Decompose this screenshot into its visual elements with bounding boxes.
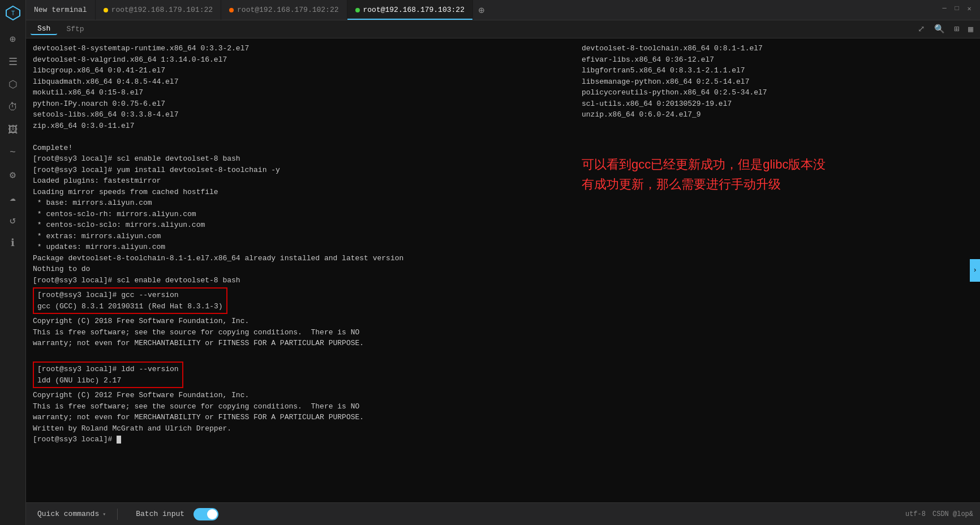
tab-sftp[interactable]: Sftp [59,24,91,35]
term-line: This is free software; see the source fo… [33,401,568,412]
sidebar-info-icon[interactable]: ℹ [2,232,24,253]
term-line: Complete! [33,143,568,154]
grid-icon[interactable]: ⊞ [952,23,961,36]
term-line: * base: mirrors.aliyun.com [33,197,568,209]
quick-commands-button[interactable]: Quick commands ▾ [33,507,110,520]
layout-icon[interactable]: ▦ [966,23,975,36]
term-line: policycoreutils-python.x86_64 0:2.5-34.e… [582,87,973,98]
tab-new-terminal-label: New terminal [34,6,87,14]
term-line: python-IPy.noarch 0:0.75-6.el7 [33,98,568,110]
term-line: setools-libs.x86_64 0:3.3.8-4.el7 [33,109,568,121]
tab-host3[interactable]: root@192.168.179.103:22 [347,0,473,20]
sidebar-new-icon[interactable]: ⊕ [2,28,24,50]
term-line: Nothing to do [33,264,568,275]
sidebar-hex-icon[interactable]: ⬡ [2,74,24,95]
batch-input-toggle[interactable] [194,508,218,520]
tab-bar: New terminal root@192.168.179.101:22 roo… [26,0,980,20]
separator [117,509,118,520]
term-line: libgfortran5.x86_64 0:8.3.1-2.1.1.el7 [582,65,973,76]
quick-commands-label: Quick commands [37,510,99,518]
tab-host2-label: root@192.168.179.102:22 [237,6,338,14]
term-line: Loading mirror speeds from cached hostfi… [33,187,568,198]
term-line: zip.x86_64 0:3.0-11.el7 [33,121,568,132]
gcc-highlight-block: [root@ssy3 local]# gcc --version gcc (GC… [33,287,227,314]
maximize-button[interactable]: □ [953,5,961,12]
sidebar-image-icon[interactable]: 🖼 [2,119,24,140]
window-controls: — □ ✕ [940,5,973,12]
app-logo[interactable]: T [2,2,24,24]
term-line: libsemanage-python.x86_64 0:2.5-14.el7 [582,76,973,88]
term-line [33,131,568,143]
term-line: scl-utils.x86_64 0:20130529-19.el7 [582,98,973,110]
ldd-highlight-block: [root@ssy3 local]# ldd --version ldd (GN… [33,362,183,388]
fullscreen-icon[interactable]: ⤢ [915,23,927,36]
terminal-content[interactable]: devtoolset-8-systemtap-runtime.x86_64 0:… [26,38,980,502]
term-prompt: [root@ssy3 local]# [33,434,568,445]
toolbar: Ssh Sftp ⤢ 🔍 ⊞ ▦ [26,20,980,38]
batch-input-label: Batch input [136,510,184,518]
close-button[interactable]: ✕ [965,5,973,12]
toolbar-icons: ⤢ 🔍 ⊞ ▦ [915,23,975,36]
ldd-line1: [root@ssy3 local]# ldd --version [37,364,179,375]
bottom-right-info: utf-8 CSDN @lop& [905,510,973,518]
ldd-line2: ldd (GNU libc) 2.17 [37,375,179,386]
tab-dot-1 [104,8,108,12]
term-line: libquadmath.x86_64 0:4.8.5-44.el7 [33,76,568,88]
term-line: * extras: mirrors.aliyun.com [33,231,568,242]
tab-host1-label: root@192.168.179.101:22 [111,6,213,14]
tab-new-terminal[interactable]: New terminal [26,0,96,20]
sidebar-history-icon[interactable]: ⏱ [2,96,24,118]
term-line: Loaded plugins: fastestmirror [33,175,568,187]
search-icon[interactable]: 🔍 [932,23,947,36]
term-line: This is free software; see the source fo… [33,327,568,338]
term-line: unzip.x86_64 0:6.0-24.el7_9 [582,109,973,121]
sidebar: T ⊕ ☰ ⬡ ⏱ 🖼 ~ ⚙ ☁ ↺ ℹ [0,0,26,525]
tab-dot-3 [355,8,360,12]
terminal-left: devtoolset-8-systemtap-runtime.x86_64 0:… [33,43,577,498]
bottom-bar: Quick commands ▾ Batch input utf-8 CSDN … [26,502,980,525]
terminal-right-panel: devtoolset-8-toolchain.x86_64 0:8.1-1.el… [577,43,973,498]
main-area: — □ ✕ New terminal root@192.168.179.101:… [26,0,980,525]
toggle-knob [207,509,217,519]
terminal-container: devtoolset-8-systemtap-runtime.x86_64 0:… [26,38,980,502]
term-line: * updates: mirrors.aliyun.com [33,242,568,253]
term-line: [root@ssy3 local]# yum install devtoolse… [33,165,568,176]
term-line: * centos-sclo-rh: mirrors.aliyun.com [33,209,568,220]
term-line: devtoolset-8-systemtap-runtime.x86_64 0:… [33,43,568,54]
svg-text:T: T [11,10,14,16]
terminal-cursor [117,436,121,444]
tab-host3-label: root@192.168.179.103:22 [363,6,465,14]
term-line: [root@ssy3 local]# scl enable devtoolset… [33,275,568,286]
term-line [33,349,568,360]
add-tab-button[interactable]: ⊕ [473,0,490,20]
term-line: libcgroup.x86_64 0:0.41-21.el7 [33,65,568,76]
sidebar-settings-icon[interactable]: ⚙ [2,164,24,186]
term-line: efivar-libs.x86_64 0:36-12.el7 [582,54,973,66]
term-line: * centos-sclo-sclo: mirrors.aliyun.com [33,220,568,231]
dropdown-arrow-icon: ▾ [102,511,106,518]
tab-host2[interactable]: root@192.168.179.102:22 [221,0,347,20]
tab-ssh[interactable]: Ssh [31,23,57,35]
tab-host1[interactable]: root@192.168.179.101:22 [96,0,221,20]
minimize-button[interactable]: — [940,5,948,12]
side-arrow-button[interactable]: › [970,259,980,282]
host-info-label: CSDN @lop& [932,510,973,518]
term-line: devtoolset-8-toolchain.x86_64 0:8.1-1.el… [582,43,973,54]
term-line: devtoolset-8-valgrind.x86_64 1:3.14.0-16… [33,54,568,66]
term-line: Copyright (C) 2018 Free Software Foundat… [33,316,568,327]
term-line: warranty; not even for MERCHANTABILITY o… [33,338,568,349]
gcc-line1: [root@ssy3 local]# gcc --version [37,290,223,301]
term-line: [root@ssy3 local]# scl enable devtoolset… [33,153,568,165]
term-line: mokutil.x86_64 0:15-8.el7 [33,87,568,98]
annotation-text: 可以看到gcc已经更新成功，但是glibc版本没有成功更新，那么需要进行手动升级 [582,154,973,194]
sidebar-refresh-icon[interactable]: ↺ [2,209,24,231]
sidebar-list-icon[interactable]: ☰ [2,51,24,72]
term-line: Written by Roland McGrath and Ulrich Dre… [33,423,568,434]
sidebar-tilde-icon[interactable]: ~ [2,141,24,163]
sidebar-cloud-icon[interactable]: ☁ [2,187,24,208]
tab-dot-2 [229,8,234,12]
term-line: Copyright (C) 2012 Free Software Foundat… [33,390,568,401]
gcc-line2: gcc (GCC) 8.3.1 20190311 (Red Hat 8.3.1-… [37,301,223,312]
term-line: Package devtoolset-8-toolchain-8.1-1.el7… [33,253,568,264]
encoding-label: utf-8 [905,510,926,518]
